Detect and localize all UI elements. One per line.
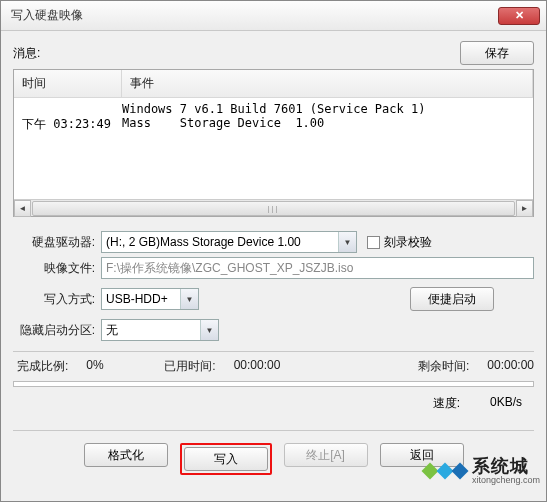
- log-row[interactable]: 下午 03:23:49 Mass Storage Device 1.00: [14, 116, 533, 133]
- speed-row: 速度: 0KB/s: [13, 389, 534, 420]
- log-col-event[interactable]: 事件: [122, 70, 533, 97]
- method-label: 写入方式:: [13, 291, 101, 308]
- message-row: 消息: 保存: [13, 41, 534, 65]
- log-body: Windows 7 v6.1 Build 7601 (Service Pack …: [14, 98, 533, 199]
- scroll-thumb[interactable]: |||: [32, 201, 515, 216]
- hide-row: 隐藏启动分区: 无 ▼: [13, 319, 534, 341]
- form-area: 硬盘驱动器: (H:, 2 GB)Mass Storage Device 1.0…: [13, 231, 534, 341]
- scroll-left-icon[interactable]: ◄: [14, 200, 31, 217]
- log-header: 时间 事件: [14, 70, 533, 98]
- chevron-down-icon[interactable]: ▼: [200, 320, 218, 340]
- abort-button: 终止[A]: [284, 443, 368, 467]
- elapsed-value: 00:00:00: [234, 358, 281, 375]
- percent-value: 0%: [86, 358, 146, 375]
- format-button[interactable]: 格式化: [84, 443, 168, 467]
- percent-label: 完成比例:: [17, 358, 68, 375]
- titlebar: 写入硬盘映像 ✕: [1, 1, 546, 31]
- image-row: 映像文件: F:\操作系统镜像\ZGC_GHOST_XP_JSZJB.iso: [13, 257, 534, 279]
- log-list: 时间 事件 Windows 7 v6.1 Build 7601 (Service…: [13, 69, 534, 217]
- quick-boot-button[interactable]: 便捷启动: [410, 287, 494, 311]
- watermark-logo-icon: [424, 465, 466, 477]
- verify-checkbox[interactable]: [367, 236, 380, 249]
- progress-bar: [13, 381, 534, 387]
- log-row[interactable]: Windows 7 v6.1 Build 7601 (Service Pack …: [14, 102, 533, 116]
- window-title: 写入硬盘映像: [11, 7, 498, 24]
- log-col-time[interactable]: 时间: [14, 70, 122, 97]
- method-row: 写入方式: USB-HDD+ ▼ 便捷启动: [13, 287, 534, 311]
- verify-label: 刻录校验: [384, 234, 432, 251]
- watermark-text: 系统城 xitongcheng.com: [472, 457, 540, 485]
- stats-row: 完成比例: 0% 已用时间: 00:00:00 剩余时间: 00:00:00: [13, 358, 534, 375]
- separator: [13, 430, 534, 431]
- close-button[interactable]: ✕: [498, 7, 540, 25]
- disk-row: 硬盘驱动器: (H:, 2 GB)Mass Storage Device 1.0…: [13, 231, 534, 253]
- dialog-window: 写入硬盘映像 ✕ 消息: 保存 时间 事件 Windows 7 v6.1 Bui…: [0, 0, 547, 502]
- hide-label: 隐藏启动分区:: [13, 322, 101, 339]
- hide-combo[interactable]: 无 ▼: [101, 319, 219, 341]
- disk-combo[interactable]: (H:, 2 GB)Mass Storage Device 1.00 ▼: [101, 231, 357, 253]
- close-icon: ✕: [515, 9, 524, 22]
- scroll-right-icon[interactable]: ►: [516, 200, 533, 217]
- watermark: 系统城 xitongcheng.com: [418, 453, 546, 489]
- remain-value: 00:00:00: [487, 358, 534, 375]
- elapsed-label: 已用时间:: [164, 358, 215, 375]
- chevron-down-icon[interactable]: ▼: [180, 289, 198, 309]
- method-combo[interactable]: USB-HDD+ ▼: [101, 288, 199, 310]
- scroll-track[interactable]: |||: [31, 200, 516, 217]
- remain-label: 剩余时间:: [418, 358, 469, 375]
- chevron-down-icon[interactable]: ▼: [338, 232, 356, 252]
- log-scrollbar-horizontal[interactable]: ◄ ||| ►: [14, 199, 533, 216]
- image-path-input[interactable]: F:\操作系统镜像\ZGC_GHOST_XP_JSZJB.iso: [101, 257, 534, 279]
- separator: [13, 351, 534, 352]
- message-label: 消息:: [13, 45, 40, 62]
- speed-value: 0KB/s: [490, 395, 522, 412]
- disk-label: 硬盘驱动器:: [13, 234, 101, 251]
- image-label: 映像文件:: [13, 260, 101, 277]
- save-button[interactable]: 保存: [460, 41, 534, 65]
- speed-label: 速度:: [433, 395, 460, 412]
- content-area: 消息: 保存 时间 事件 Windows 7 v6.1 Build 7601 (…: [1, 31, 546, 485]
- write-highlight: 写入: [180, 443, 272, 475]
- write-button[interactable]: 写入: [184, 447, 268, 471]
